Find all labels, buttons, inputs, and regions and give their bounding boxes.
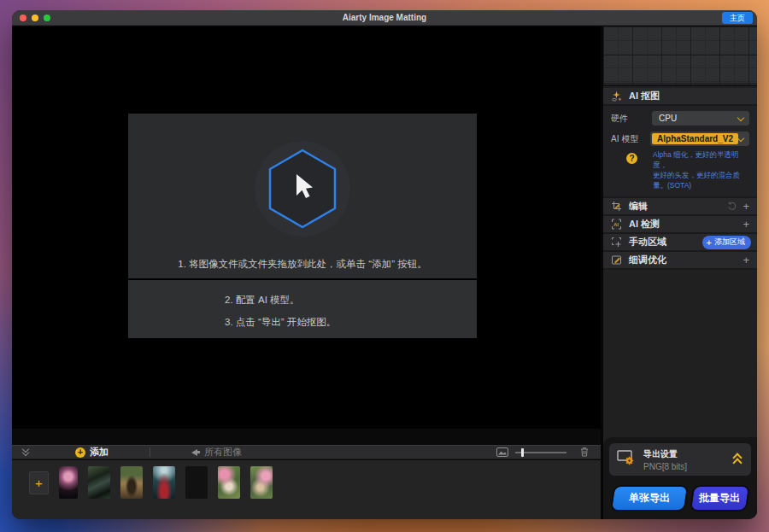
expand-ai-detect-icon[interactable]: + bbox=[743, 218, 749, 231]
model-value: AlphaStandard_V2 bbox=[652, 133, 738, 144]
filmstrip-toolbar: + 添加 所有图像 bbox=[12, 445, 601, 459]
ai-detect-icon: AI bbox=[611, 219, 622, 230]
zoom-window-button[interactable] bbox=[44, 15, 50, 21]
panel-manual-region-label: 手动区域 bbox=[629, 236, 666, 248]
home-button[interactable]: 主页 bbox=[722, 12, 753, 24]
reset-icon[interactable] bbox=[727, 201, 737, 213]
export-settings-title: 导出设置 bbox=[643, 448, 687, 460]
thumbnail-flower-bouquet[interactable] bbox=[185, 466, 208, 499]
svg-text:AI: AI bbox=[613, 222, 619, 227]
chevron-down-icon bbox=[738, 115, 744, 121]
filmstrip: + bbox=[12, 460, 601, 519]
drop-instruction-3: 3. 点击 “导出” 开始抠图。 bbox=[225, 316, 336, 329]
panel-edit[interactable]: 编辑 + bbox=[603, 198, 757, 216]
panel-manual-region[interactable]: 手动区域 + 添加区域 bbox=[603, 234, 757, 252]
ai-matting-body: 硬件 CPU AI 模型 AlphaStandard_V2 ? bbox=[603, 106, 757, 198]
slider-handle[interactable] bbox=[521, 448, 524, 457]
export-batch-button[interactable]: 批量导出 bbox=[690, 485, 750, 512]
thumbnail-dark-collage[interactable] bbox=[88, 466, 110, 499]
hardware-select[interactable]: CPU bbox=[652, 111, 749, 126]
thumbnail-rose-garden[interactable] bbox=[218, 466, 240, 499]
export-settings-icon bbox=[617, 449, 636, 470]
minimize-window-button[interactable] bbox=[32, 15, 38, 21]
drop-cursor-icon bbox=[266, 148, 339, 230]
toolbar-divider bbox=[150, 447, 150, 457]
thumbnail-bicycle-forest[interactable] bbox=[120, 466, 143, 499]
fine-tune-icon bbox=[611, 254, 622, 266]
export-settings-box[interactable]: 导出设置 PNG[8 bits] bbox=[609, 443, 751, 476]
model-select[interactable]: AlphaStandard_V2 bbox=[650, 132, 749, 146]
all-images-button[interactable]: 所有图像 bbox=[191, 446, 242, 459]
ai-matting-label: AI 抠图 bbox=[629, 90, 660, 102]
ai-matting-icon bbox=[611, 91, 622, 102]
expand-fine-tune-icon[interactable]: + bbox=[743, 254, 749, 266]
ai-matting-header[interactable]: AI 抠图 bbox=[603, 88, 757, 106]
crosshair-plus-icon: + bbox=[707, 238, 712, 247]
export-single-button[interactable]: 单张导出 bbox=[610, 485, 690, 512]
thumbnail-garden-portrait[interactable] bbox=[250, 466, 273, 499]
collapse-filmstrip-icon[interactable] bbox=[22, 448, 31, 457]
panel-ai-detect[interactable]: AI AI 检测 + bbox=[603, 216, 757, 234]
help-icon[interactable]: ? bbox=[626, 153, 637, 164]
drop-zone[interactable]: 1. 将图像文件或文件夹拖放到此处，或单击 “添加” 按钮。 bbox=[128, 114, 477, 278]
model-hint: Alpha 细化，更好的半透明度， 更好的头发，更好的混合质量。(SOTA) bbox=[653, 149, 749, 190]
expand-edit-icon[interactable]: + bbox=[743, 200, 749, 213]
chevron-down-icon bbox=[738, 136, 744, 142]
panel-ai-detect-label: AI 检测 bbox=[629, 218, 660, 231]
sidebar: AI 抠图 硬件 CPU AI 模型 AlphaStandard_V2 bbox=[601, 26, 757, 519]
add-plus-icon: + bbox=[75, 447, 85, 458]
collapse-export-settings-icon[interactable] bbox=[732, 454, 743, 465]
traffic-lights bbox=[20, 15, 50, 21]
export-area: 导出设置 PNG[8 bits] 单张导出 批量导出 bbox=[603, 437, 757, 519]
manual-region-icon bbox=[611, 237, 622, 248]
add-images-button[interactable]: + 添加 bbox=[75, 446, 109, 459]
trash-icon[interactable] bbox=[580, 445, 589, 460]
preview-grid bbox=[603, 26, 757, 86]
close-window-button[interactable] bbox=[20, 15, 26, 21]
drop-instruction-1: 1. 将图像文件或文件夹拖放到此处，或单击 “添加” 按钮。 bbox=[128, 258, 477, 271]
thumbnail-red-dress[interactable] bbox=[153, 466, 175, 499]
thumbnail-size-icon bbox=[496, 445, 508, 460]
add-image-tile[interactable]: + bbox=[29, 471, 49, 494]
app-window: Aiarty Image Matting 主页 1. 将图像文件或文件夹拖放到此… bbox=[12, 10, 757, 519]
window-title: Aiarty Image Matting bbox=[12, 13, 757, 22]
edit-icon bbox=[611, 201, 622, 212]
add-region-button[interactable]: + 添加区域 bbox=[702, 236, 751, 249]
panel-edit-label: 编辑 bbox=[629, 200, 648, 213]
drop-instruction-2: 2. 配置 AI 模型。 bbox=[225, 294, 300, 307]
thumbnail-jellyfish[interactable] bbox=[59, 466, 78, 499]
thumbnail-zoom-slider[interactable] bbox=[515, 452, 566, 453]
model-label: AI 模型 bbox=[611, 133, 650, 145]
export-format-value: PNG[8 bits] bbox=[643, 462, 687, 471]
image-canvas: 1. 将图像文件或文件夹拖放到此处，或单击 “添加” 按钮。 2. 配置 AI … bbox=[12, 26, 601, 429]
back-arrow-icon bbox=[191, 449, 197, 456]
hardware-value: CPU bbox=[659, 114, 677, 123]
panel-fine-tune[interactable]: 细调优化 + bbox=[603, 252, 757, 270]
panel-fine-tune-label: 细调优化 bbox=[629, 254, 666, 266]
hardware-label: 硬件 bbox=[611, 113, 652, 125]
title-bar: Aiarty Image Matting 主页 bbox=[12, 10, 757, 26]
instructions-panel: 2. 配置 AI 模型。 3. 点击 “导出” 开始抠图。 bbox=[128, 280, 477, 338]
